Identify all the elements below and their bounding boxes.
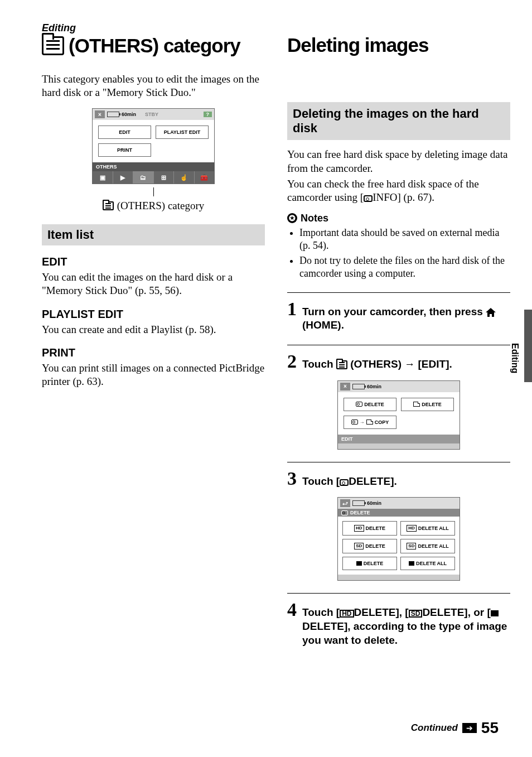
step-2b: (OTHERS) → [EDIT]. bbox=[350, 358, 452, 370]
notes-heading: ✪ Notes bbox=[287, 213, 510, 224]
step-4d: DELETE], according to the type of image … bbox=[302, 620, 507, 646]
copy-button[interactable]: → COPY bbox=[344, 416, 396, 429]
hdd-delete-label: DELETE bbox=[364, 402, 384, 407]
sd-badge-icon: SD bbox=[354, 543, 364, 549]
battery-icon bbox=[352, 500, 365, 506]
print-heading: PRINT bbox=[42, 346, 265, 359]
step-divider bbox=[287, 462, 510, 462]
step-1-number: 1 bbox=[287, 301, 297, 318]
step-3-number: 3 bbox=[287, 470, 297, 488]
ms-delete-label: DELETE bbox=[422, 402, 442, 407]
step-1: 1 Turn on your camcorder, then press (HO… bbox=[287, 301, 510, 332]
step-4-number: 4 bbox=[287, 601, 297, 619]
edit-paragraph: You can edit the images on the hard disk… bbox=[42, 271, 265, 298]
print-paragraph: You can print still images on a connecte… bbox=[42, 361, 265, 389]
footer-category-label: OTHERS bbox=[93, 162, 214, 171]
menu-playlist-edit-button[interactable]: PLAYLIST EDIT bbox=[156, 126, 209, 139]
left-column: Editing (OTHERS) category This category … bbox=[42, 22, 265, 647]
step-3: 3 Touch [DELETE]. bbox=[287, 470, 510, 489]
notes-label: Notes bbox=[301, 213, 328, 224]
step-2: 2 Touch (OTHERS) → [EDIT]. bbox=[287, 353, 510, 372]
sd-delete-all-button[interactable]: SDDELETE ALL bbox=[400, 539, 455, 553]
delete-screen-title: DELETE bbox=[338, 509, 460, 517]
footer-nav-toolbox-icon[interactable]: 🧰 bbox=[195, 171, 215, 184]
close-icon[interactable]: × bbox=[340, 383, 350, 390]
hd-badge-icon: HD bbox=[407, 525, 417, 532]
hd-delete-all-button[interactable]: HDDELETE ALL bbox=[400, 521, 455, 536]
img-delete-button[interactable]: DELETE bbox=[342, 557, 397, 570]
others-category-icon bbox=[42, 36, 64, 55]
battery-label: 60min bbox=[367, 500, 381, 506]
delete-title-label: DELETE bbox=[350, 510, 370, 515]
step-4c: DELETE], or [ bbox=[422, 606, 490, 618]
hd-badge-icon: HD bbox=[340, 610, 354, 618]
subsection-heading: Deleting the images on the hard disk bbox=[287, 102, 510, 141]
footer-nav-view-icon[interactable]: ▶ bbox=[113, 171, 134, 184]
note-item-1: Important data should be saved on extern… bbox=[299, 226, 510, 252]
sd-delete-button[interactable]: SDDELETE bbox=[342, 539, 397, 553]
others-category-small-icon bbox=[336, 360, 347, 369]
img-delete-all-button[interactable]: DELETE ALL bbox=[400, 557, 455, 570]
item-list-heading: Item list bbox=[42, 224, 265, 245]
section-title-deleting: Deleting images bbox=[287, 35, 510, 56]
memorystick-small-icon bbox=[366, 420, 373, 425]
ui-caption-text: (OTHERS) category bbox=[117, 200, 205, 212]
hd-delete-all-label: DELETE ALL bbox=[418, 525, 449, 531]
footer-nav-others-icon[interactable]: 🗂 bbox=[133, 171, 154, 184]
playlist-edit-paragraph: You can create and edit a Playlist (p. 5… bbox=[42, 323, 265, 336]
footer-nav-camera-icon[interactable]: ▣ bbox=[93, 171, 113, 184]
side-section-label: Editing bbox=[510, 343, 520, 373]
step-4: 4 Touch [HDDELETE], [SDDELETE], or [DELE… bbox=[287, 601, 510, 647]
section-title-others: (OTHERS) category bbox=[42, 35, 265, 57]
page-number: 55 bbox=[481, 719, 499, 737]
menu-edit-button[interactable]: EDIT bbox=[98, 126, 151, 139]
hdd-delete-button[interactable]: DELETE bbox=[344, 398, 396, 411]
callout-line bbox=[153, 187, 154, 196]
hd-delete-button[interactable]: HDDELETE bbox=[342, 521, 397, 536]
back-icon[interactable]: ⮐ bbox=[340, 499, 350, 507]
sd-badge-icon: SD bbox=[407, 543, 416, 549]
continued-arrow-icon: ➔ bbox=[462, 723, 477, 733]
note-item-2: Do not try to delete the files on the ha… bbox=[299, 254, 510, 280]
footer-nav-settings-icon[interactable]: ☝ bbox=[174, 171, 195, 184]
deleting-p2-b: INFO] (p. 67). bbox=[373, 191, 434, 203]
playlist-edit-heading: PLAYLIST EDIT bbox=[42, 308, 265, 321]
hdd-icon bbox=[364, 195, 373, 202]
camcorder-ui-edit: × 60min DELETE DELETE → COPY EDIT bbox=[337, 380, 460, 450]
step-4a: Touch [ bbox=[302, 606, 340, 618]
deleting-p1: You can free hard disk space by deleting… bbox=[287, 148, 510, 175]
right-column: Deleting images Deleting the images on t… bbox=[287, 22, 510, 647]
home-icon bbox=[486, 308, 496, 317]
stby-label: STBY bbox=[145, 112, 158, 117]
intro-paragraph: This category enables you to edit the im… bbox=[42, 73, 265, 100]
sd-delete-all-label: DELETE ALL bbox=[418, 543, 448, 549]
camcorder-ui-others: × 60min STBY ? EDIT PLAYLIST EDIT PRINT … bbox=[92, 108, 215, 184]
step-divider bbox=[287, 593, 510, 594]
close-icon[interactable]: × bbox=[95, 110, 105, 118]
battery-label: 60min bbox=[367, 384, 381, 389]
ui-caption: (OTHERS) category bbox=[42, 200, 265, 212]
menu-print-button[interactable]: PRINT bbox=[98, 143, 151, 157]
hdd-small-icon bbox=[351, 420, 358, 425]
section-title-text: (OTHERS) category bbox=[69, 35, 240, 57]
hdd-small-icon bbox=[341, 510, 348, 515]
others-category-small-icon bbox=[103, 201, 114, 210]
step-2-number: 2 bbox=[287, 353, 297, 370]
memorystick-small-icon bbox=[413, 402, 420, 407]
battery-icon bbox=[352, 384, 365, 389]
ms-delete-button[interactable]: DELETE bbox=[401, 398, 454, 411]
continued-label: Continued bbox=[411, 722, 458, 734]
battery-label: 60min bbox=[122, 112, 136, 117]
help-icon[interactable]: ? bbox=[204, 112, 212, 117]
img-delete-all-label: DELETE ALL bbox=[416, 561, 447, 566]
hdd-small-icon bbox=[356, 402, 362, 407]
step-3-b: DELETE]. bbox=[349, 475, 397, 487]
step-2a: Touch bbox=[302, 358, 336, 370]
step-1b: (HOME). bbox=[302, 319, 344, 331]
hdd-icon bbox=[340, 479, 349, 486]
image-badge-icon bbox=[356, 561, 362, 566]
step-divider bbox=[287, 292, 510, 293]
copy-label: COPY bbox=[375, 420, 389, 425]
hd-badge-icon: HD bbox=[354, 525, 364, 532]
footer-nav-manage-icon[interactable]: ⊞ bbox=[154, 171, 175, 184]
